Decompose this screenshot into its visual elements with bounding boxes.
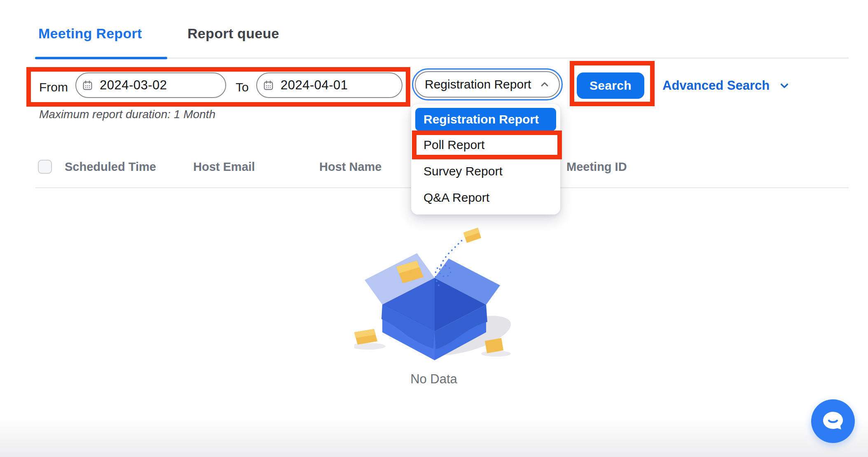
chat-support-button[interactable] — [811, 399, 855, 443]
col-header-meeting-id: Meeting ID — [566, 160, 627, 174]
col-header-host-name: Host Name — [319, 160, 382, 174]
to-date-input[interactable]: 2024-04-01 — [256, 72, 402, 98]
option-poll-report[interactable]: Poll Report — [415, 135, 556, 154]
no-data-message: No Data — [372, 372, 496, 387]
to-date-value: 2024-04-01 — [281, 78, 348, 93]
report-type-selected-value: Registration Report — [425, 77, 531, 91]
bottom-fade — [0, 418, 868, 457]
tab-report-queue[interactable]: Report queue — [187, 26, 279, 42]
max-duration-note: Maximum report duration: 1 Month — [39, 108, 215, 121]
calendar-icon — [82, 80, 93, 91]
tab-meeting-report[interactable]: Meeting Report — [38, 26, 142, 42]
option-qa-report[interactable]: Q&A Report — [415, 188, 556, 207]
chat-bubble-icon — [819, 408, 847, 435]
chevron-up-icon — [538, 78, 551, 91]
report-type-select-inner: Registration Report — [415, 71, 560, 98]
advanced-search-link[interactable]: Advanced Search — [662, 77, 791, 94]
chevron-down-icon — [778, 79, 791, 92]
select-all-checkbox[interactable] — [38, 160, 52, 174]
advanced-search-label: Advanced Search — [662, 78, 770, 93]
col-header-scheduled-time: Scheduled Time — [65, 160, 156, 174]
from-date-input[interactable]: 2024-03-02 — [75, 72, 226, 98]
report-type-dropdown-menu: Registration Report Poll Report Survey R… — [411, 104, 560, 215]
report-type-select[interactable]: Registration Report — [412, 68, 563, 100]
from-date-value: 2024-03-02 — [100, 78, 167, 93]
from-label: From — [39, 80, 68, 94]
active-tab-underline — [35, 57, 167, 59]
col-header-host-email: Host Email — [193, 160, 255, 174]
empty-box-illustration — [354, 224, 515, 373]
to-label: To — [236, 80, 249, 94]
meeting-report-page: Meeting Report Report queue From 2024-03… — [0, 0, 868, 457]
option-registration-report[interactable]: Registration Report — [415, 108, 556, 131]
option-survey-report[interactable]: Survey Report — [415, 162, 556, 181]
calendar-icon — [263, 80, 274, 91]
search-button[interactable]: Search — [577, 72, 644, 99]
